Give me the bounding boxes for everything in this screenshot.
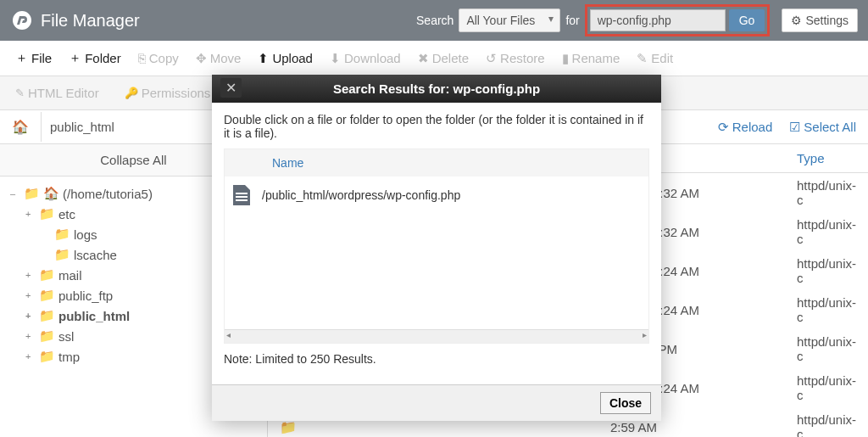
download-icon: ⬇ — [330, 51, 341, 66]
upload-icon: ⬆ — [258, 51, 269, 66]
search-highlight-box: Go — [585, 4, 771, 36]
download-button[interactable]: ⬇Download — [321, 44, 409, 73]
plus-icon: ＋ — [69, 50, 81, 66]
restore-button[interactable]: ↺Restore — [477, 44, 554, 73]
app-title: File Manager — [41, 11, 140, 31]
modal-close-x[interactable]: ✕ — [220, 78, 242, 98]
search-input[interactable] — [590, 9, 726, 31]
upload-button[interactable]: ⬆Upload — [249, 44, 321, 73]
copy-button[interactable]: ⎘Copy — [130, 44, 187, 72]
folder-icon: 📁 — [54, 247, 70, 262]
expand-icon[interactable]: + — [25, 311, 36, 321]
delete-button[interactable]: ✖Delete — [409, 44, 477, 73]
permissions-button[interactable]: 🔑Permissions — [116, 79, 220, 107]
edit-button[interactable]: ✎Edit — [628, 44, 682, 73]
rename-icon: ▮ — [562, 51, 569, 66]
go-button[interactable]: Go — [729, 9, 765, 31]
result-path: /public_html/wordpress/wp-config.php — [262, 188, 460, 202]
search-label: Search — [416, 14, 453, 27]
html-editor-button[interactable]: ✎HTML Editor — [7, 79, 108, 107]
home-icon: 🏠 — [43, 186, 59, 201]
folder-icon: 📁 — [39, 308, 55, 323]
folder-icon: 📁 — [39, 206, 55, 221]
modal-title-bar: ✕ Search Results for: wp-config.php — [212, 75, 661, 103]
move-icon: ✥ — [196, 51, 207, 66]
folder-icon: 📁 — [39, 267, 55, 283]
reload-icon: ⟳ — [718, 120, 729, 135]
plus-icon: ＋ — [15, 50, 28, 66]
search-scope-select[interactable]: All Your Files — [459, 8, 560, 32]
edit-icon: ✎ — [637, 51, 648, 66]
horizontal-scrollbar[interactable] — [225, 329, 648, 343]
close-button[interactable]: Close — [600, 392, 651, 414]
modal-note: Note: Limited to 250 Results. — [224, 344, 649, 374]
folder-icon: 📁 — [39, 349, 55, 364]
folder-icon: 📁 — [39, 328, 55, 344]
reload-button[interactable]: ⟳Reload — [718, 120, 773, 135]
key-icon: 🔑 — [125, 87, 138, 99]
col-type[interactable]: Type — [797, 151, 856, 165]
select-all-button[interactable]: ☑Select All — [789, 120, 856, 135]
modal-name-column[interactable]: Name — [225, 149, 648, 176]
collapse-icon[interactable]: – — [10, 188, 20, 199]
home-icon[interactable]: 🏠 — [0, 112, 42, 142]
folder-icon: 📁 — [280, 420, 297, 434]
expand-icon[interactable]: + — [25, 351, 36, 361]
app-logo: File Manager — [10, 8, 140, 32]
new-folder-button[interactable]: ＋Folder — [60, 43, 130, 73]
html-editor-icon: ✎ — [15, 87, 25, 99]
folder-icon: 📁 — [39, 288, 55, 303]
delete-icon: ✖ — [418, 51, 429, 66]
settings-button[interactable]: ⚙ Settings — [782, 8, 858, 32]
expand-icon[interactable]: + — [25, 209, 36, 219]
expand-icon[interactable]: + — [25, 270, 36, 280]
cpanel-icon — [10, 8, 34, 32]
copy-icon: ⎘ — [138, 51, 146, 65]
folder-icon: 📁 — [24, 186, 40, 201]
modal-instruction: Double click on a file or folder to open… — [224, 113, 649, 140]
rename-button[interactable]: ▮Rename — [554, 44, 629, 73]
folder-icon: 📁 — [54, 227, 70, 242]
expand-icon[interactable]: + — [25, 331, 36, 341]
expand-icon[interactable]: + — [25, 290, 36, 300]
gear-icon: ⚙ — [791, 14, 802, 27]
new-file-button[interactable]: ＋File — [7, 43, 60, 73]
restore-icon: ↺ — [486, 51, 497, 66]
search-results-modal: ✕ Search Results for: wp-config.php Doub… — [212, 75, 661, 421]
file-icon — [233, 185, 250, 205]
move-button[interactable]: ✥Move — [187, 44, 250, 73]
search-result-row[interactable]: /public_html/wordpress/wp-config.php — [225, 176, 648, 214]
for-label: for — [565, 14, 579, 27]
select-all-icon: ☑ — [789, 120, 800, 135]
